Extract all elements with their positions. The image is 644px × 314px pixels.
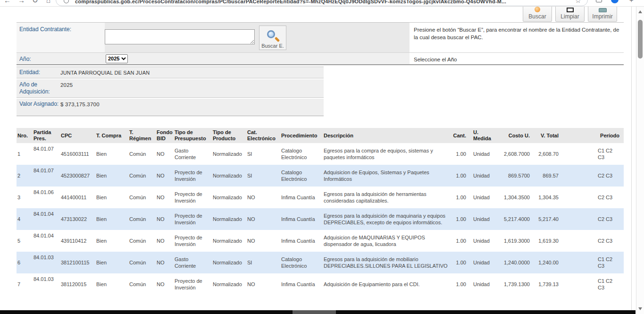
entidad-contratante-input[interactable] xyxy=(105,29,255,44)
header-u-medida: U. Medida xyxy=(468,128,492,143)
cell-fondo: NO xyxy=(156,165,174,187)
cell-tpres: Proyecto de Inversión xyxy=(174,187,212,208)
cell-umed: Unidad xyxy=(468,208,492,230)
anio-adquisicion-value: 2025 xyxy=(60,79,324,97)
cell-text: 1.00 xyxy=(456,173,466,178)
scrollbar-down-arrow-icon[interactable] xyxy=(638,307,642,310)
cell-proc: Infima Cuantía xyxy=(280,208,323,230)
header-descripcion: Descripción xyxy=(323,128,451,143)
cell-text: Normalizado xyxy=(213,238,242,244)
cell-catel: NO xyxy=(246,273,280,295)
scrollbar-thumb[interactable] xyxy=(638,20,643,59)
cell-text: 3 xyxy=(17,195,20,200)
limpiar-icon xyxy=(567,8,574,12)
cell-text: Catalogo Electrónico xyxy=(281,256,307,269)
cell-tregimen: Común xyxy=(128,273,156,295)
url-text: compraspublicas.gob.ec/ProcesoContrataci… xyxy=(75,0,566,4)
back-icon[interactable]: ← xyxy=(4,0,11,4)
cell-text: Unidad xyxy=(473,151,490,157)
cell-text: Bien xyxy=(96,260,107,265)
bookmark-star-icon[interactable]: ☆ xyxy=(575,0,581,4)
cell-text: SI xyxy=(247,151,252,157)
site-info-icon[interactable] xyxy=(64,0,69,3)
cell-fondo: NO xyxy=(156,252,174,273)
cell-text: 1,304.35 xyxy=(538,195,559,200)
cell-partida: 84.01.04 xyxy=(33,230,60,252)
cell-text: Gasto Corriente xyxy=(175,148,196,160)
cell-cant: 1.00 xyxy=(451,230,468,252)
cell-text: Unidad xyxy=(473,195,490,200)
cell-tcompra: Bien xyxy=(95,230,128,252)
cell-text: 441400011 xyxy=(61,195,86,200)
cell-fondo: NO xyxy=(156,273,174,295)
cell-vtotal: 2,608.70 xyxy=(532,143,561,165)
cell-text: 1,240.0000 xyxy=(504,260,530,265)
cell-cant: 1.00 xyxy=(451,165,468,187)
cell-catel: SI xyxy=(246,252,280,273)
reload-icon[interactable]: ↻ xyxy=(32,0,38,5)
cell-nro: 7 xyxy=(17,273,33,295)
cell-text: NO xyxy=(157,238,165,244)
cell-tpres: Proyecto de Inversión xyxy=(174,165,212,187)
cell-costo: 1,619.3000 xyxy=(492,230,532,252)
scrollbar-up-arrow-icon[interactable] xyxy=(638,10,642,13)
cell-vtotal: 1,304.35 xyxy=(532,187,561,208)
anio-label: Año: xyxy=(17,53,105,65)
cell-cpc: 4516003111 xyxy=(60,143,95,165)
cell-tprod: Normalizado xyxy=(212,165,246,187)
buscar-e-label: Buscar E. xyxy=(261,43,284,49)
cell-text: Adquisición de Equipamiento para el CDI. xyxy=(324,281,420,287)
profile-avatar[interactable] xyxy=(611,0,619,3)
table-row: 784.01.03381120015BienComúnNOProyecto de… xyxy=(17,273,624,295)
cell-tcompra: Bien xyxy=(95,187,128,208)
forward-icon[interactable]: → xyxy=(18,0,25,4)
cell-desc: Adquisicion de MAQUINARIAS Y EQUIPOS dis… xyxy=(323,230,451,252)
cell-tcompra: Bien xyxy=(95,273,128,295)
cell-tpres: Gasto Corriente xyxy=(174,143,212,165)
cell-fondo: NO xyxy=(156,143,174,165)
cell-periodo: C2 C3 xyxy=(561,230,624,252)
limpiar-button[interactable]: Limpiar xyxy=(555,7,585,22)
cell-tprod: Normalizado xyxy=(212,143,246,165)
cell-text: Infima Cuantía xyxy=(281,216,315,222)
page-inner: Buscar Limpiar Imprimir Entidad Contrata… xyxy=(0,7,632,314)
browser-menu-icon[interactable]: ＋ xyxy=(628,0,635,5)
cell-umed: Unidad xyxy=(468,230,492,252)
cell-text: 6 xyxy=(17,260,20,265)
cell-text: Egresos para la adquisición de maquinari… xyxy=(324,213,445,225)
cell-text: 1,739.13 xyxy=(538,281,559,287)
buscar-e-button[interactable]: Buscar E. xyxy=(259,25,286,50)
cell-partida: 84.01.03 xyxy=(33,252,60,273)
anio-control: 2025 xyxy=(105,53,410,65)
cell-cant: 1.00 xyxy=(451,208,468,230)
cell-catel: SI xyxy=(246,143,280,165)
header-cpc: CPC xyxy=(60,128,95,143)
cell-text: Unidad xyxy=(473,260,490,265)
buscar-button[interactable]: Buscar xyxy=(523,7,552,22)
header-t-regimen: T. Régimen xyxy=(128,128,156,143)
cell-text: C2 C3 xyxy=(598,194,619,201)
cell-tregimen: Común xyxy=(128,230,156,252)
side-panel-icon[interactable] xyxy=(596,0,602,2)
entidad-contratante-label: Entidad Contratante: xyxy=(17,23,105,53)
cell-text: Bien xyxy=(96,216,107,222)
cell-text: NO xyxy=(157,216,165,222)
header-nro: Nro. xyxy=(17,128,33,143)
cell-costo: 1,739.1300 xyxy=(492,273,532,295)
cell-partida: 84.01.04 xyxy=(33,208,60,230)
cell-cpc: 381120015 xyxy=(60,273,95,295)
cell-vtotal: 869.57 xyxy=(532,165,561,187)
cell-tregimen: Común xyxy=(128,143,156,165)
vertical-scrollbar[interactable] xyxy=(636,7,644,314)
cell-cpc: 4523000827 xyxy=(60,165,95,187)
cell-tregimen: Común xyxy=(128,165,156,187)
cell-periodo: C1 C2 C3 xyxy=(561,143,624,165)
cell-text: 5 xyxy=(17,238,20,244)
year-select[interactable]: 2025 xyxy=(106,54,128,63)
home-icon[interactable]: ⌂ xyxy=(46,0,50,4)
cell-umed: Unidad xyxy=(468,187,492,208)
cell-proc: Infima Cuantía xyxy=(280,187,323,208)
actions-row: Buscar Limpiar Imprimir xyxy=(17,7,624,23)
address-bar[interactable]: compraspublicas.gob.ec/ProcesoContrataci… xyxy=(56,0,588,6)
imprimir-button[interactable]: Imprimir xyxy=(588,7,617,22)
